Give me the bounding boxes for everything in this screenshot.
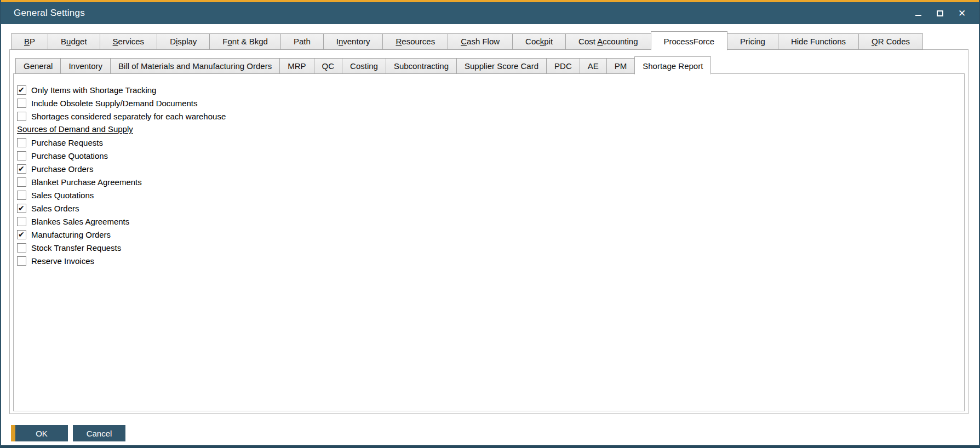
- checkbox-blankes-sales-agreements[interactable]: [17, 217, 26, 226]
- checkmark-icon: ✔: [18, 229, 25, 240]
- ok-button[interactable]: OK: [11, 425, 68, 441]
- tab-resources[interactable]: Resources: [382, 33, 448, 50]
- section-heading-sources-of-demand-and-supply: Sources of Demand and Supply: [17, 123, 959, 136]
- ok-button-label: OK: [15, 429, 68, 438]
- general-settings-window: General Settings ✕ BPBudgetServicesDispl…: [0, 0, 980, 448]
- minimize-icon: [915, 15, 921, 16]
- checkbox-row-blankes-sales-agreements[interactable]: Blankes Sales Agreements: [17, 215, 959, 228]
- checkbox-label: Purchase Orders: [31, 164, 93, 174]
- tab-strip-main: BPBudgetServicesDisplayFont & BkgdPathIn…: [1, 31, 968, 50]
- tab-pm[interactable]: PM: [606, 58, 635, 74]
- tab-inventory[interactable]: Inventory: [323, 33, 383, 50]
- checkmark-icon: ✔: [18, 203, 25, 214]
- checkbox-sales-orders[interactable]: ✔: [17, 204, 26, 213]
- checkbox-blanket-purchase-agreements[interactable]: [17, 177, 26, 187]
- close-button[interactable]: ✕: [955, 6, 969, 20]
- checkbox-row-shortages-considered-separately-for-each-warehouse[interactable]: Shortages considered separately for each…: [17, 110, 959, 123]
- checkbox-row-blanket-purchase-agreements[interactable]: Blanket Purchase Agreements: [17, 175, 959, 188]
- checkbox-sales-quotations[interactable]: [17, 191, 26, 200]
- tab-ae[interactable]: AE: [580, 58, 607, 74]
- checkbox-row-purchase-orders[interactable]: ✔Purchase Orders: [17, 162, 959, 175]
- tab-budget[interactable]: Budget: [48, 33, 100, 50]
- checkbox-label: Sales Orders: [31, 204, 79, 213]
- checkbox-label: Only Items with Shortage Tracking: [31, 85, 156, 95]
- checkbox-label: Purchase Quotations: [31, 151, 108, 160]
- checkbox-label: Reserve Invoices: [31, 256, 94, 266]
- tab-inventory[interactable]: Inventory: [60, 58, 111, 74]
- tab-bp[interactable]: BP: [11, 33, 48, 50]
- checkbox-row-manufacturing-orders[interactable]: ✔Manufacturing Orders: [17, 228, 959, 241]
- checkbox-label: Shortages considered separately for each…: [31, 112, 226, 121]
- tab-services[interactable]: Services: [100, 33, 158, 50]
- minimize-button[interactable]: [911, 6, 925, 20]
- checkbox-label: Purchase Requests: [31, 138, 103, 147]
- tab-hide-functions[interactable]: Hide Functions: [778, 33, 859, 50]
- tab-mrp[interactable]: MRP: [279, 58, 314, 74]
- cancel-button-label: Cancel: [73, 429, 125, 438]
- tab-processforce[interactable]: ProcessForce: [651, 31, 728, 50]
- checkbox-label: Manufacturing Orders: [31, 230, 111, 239]
- tab-pdc[interactable]: PDC: [546, 58, 580, 74]
- tab-supplier-score-card[interactable]: Supplier Score Card: [456, 58, 547, 74]
- tab-qr-codes[interactable]: QR Codes: [858, 33, 923, 50]
- processforce-tab-panel: GeneralInventoryBill of Materials and Ma…: [9, 49, 968, 414]
- tab-qc[interactable]: QC: [314, 58, 343, 74]
- tab-shortage-report[interactable]: Shortage Report: [634, 56, 711, 74]
- checkbox-label: Blankes Sales Agreements: [31, 217, 129, 226]
- checkbox-stock-transfer-requests[interactable]: [17, 243, 26, 252]
- checkbox-label: Stock Transfer Requests: [31, 243, 121, 252]
- checkbox-include-obsolete-supply-demand-documents[interactable]: [17, 99, 26, 108]
- window-controls: ✕: [911, 6, 969, 20]
- checkbox-row-only-items-with-shortage-tracking[interactable]: ✔Only Items with Shortage Tracking: [17, 83, 959, 96]
- titlebar[interactable]: General Settings ✕: [1, 2, 979, 24]
- checkbox-row-purchase-requests[interactable]: Purchase Requests: [17, 136, 959, 149]
- footer-button-row: OK Cancel: [11, 425, 979, 441]
- checkbox-purchase-orders[interactable]: ✔: [17, 164, 26, 174]
- maximize-icon: [937, 10, 943, 16]
- checkbox-purchase-quotations[interactable]: [17, 151, 26, 160]
- checkbox-row-stock-transfer-requests[interactable]: Stock Transfer Requests: [17, 241, 959, 254]
- tab-pricing[interactable]: Pricing: [727, 33, 778, 50]
- checkmark-icon: ✔: [18, 164, 25, 174]
- checkbox-row-sales-quotations[interactable]: Sales Quotations: [17, 188, 959, 202]
- tab-general[interactable]: General: [15, 58, 61, 74]
- dialog-body: BPBudgetServicesDisplayFont & BkgdPathIn…: [1, 24, 979, 445]
- tab-cash-flow[interactable]: Cash Flow: [448, 33, 513, 50]
- tab-font-bkgd[interactable]: Font & Bkgd: [209, 33, 281, 50]
- shortage-report-panel: ✔Only Items with Shortage TrackingInclud…: [13, 73, 965, 411]
- checkmark-icon: ✔: [18, 85, 25, 95]
- checkbox-label: Blanket Purchase Agreements: [31, 177, 142, 187]
- checkbox-row-include-obsolete-supply-demand-documents[interactable]: Include Obsolete Supply/Demand Documents: [17, 96, 959, 110]
- tab-display[interactable]: Display: [157, 33, 210, 50]
- close-icon: ✕: [958, 8, 966, 19]
- checkbox-reserve-invoices[interactable]: [17, 256, 26, 266]
- checkbox-manufacturing-orders[interactable]: ✔: [17, 230, 26, 239]
- ok-accent-bar: [11, 425, 15, 441]
- checkbox-row-reserve-invoices[interactable]: Reserve Invoices: [17, 254, 959, 267]
- tab-bill-of-materials-and-manufacturing-orders[interactable]: Bill of Materials and Manufacturing Orde…: [110, 58, 280, 74]
- tab-cost-accounting[interactable]: Cost Accounting: [565, 33, 651, 50]
- cancel-button[interactable]: Cancel: [73, 425, 125, 441]
- shortage-report-settings-list: ✔Only Items with Shortage TrackingInclud…: [17, 83, 959, 267]
- checkbox-row-sales-orders[interactable]: ✔Sales Orders: [17, 202, 959, 215]
- checkbox-row-purchase-quotations[interactable]: Purchase Quotations: [17, 149, 959, 162]
- window-title: General Settings: [14, 8, 911, 19]
- maximize-button[interactable]: [933, 6, 947, 20]
- tab-subcontracting[interactable]: Subcontracting: [386, 58, 457, 74]
- tab-costing[interactable]: Costing: [342, 58, 386, 74]
- checkbox-only-items-with-shortage-tracking[interactable]: ✔: [17, 85, 26, 95]
- checkbox-label: Include Obsolete Supply/Demand Documents: [31, 99, 198, 108]
- tab-strip-processforce: GeneralInventoryBill of Materials and Ma…: [10, 56, 968, 74]
- tab-path[interactable]: Path: [280, 33, 324, 50]
- tab-cockpit[interactable]: Cockpit: [512, 33, 566, 50]
- checkbox-purchase-requests[interactable]: [17, 138, 26, 147]
- checkbox-shortages-considered-separately-for-each-warehouse[interactable]: [17, 112, 26, 121]
- checkbox-label: Sales Quotations: [31, 191, 94, 200]
